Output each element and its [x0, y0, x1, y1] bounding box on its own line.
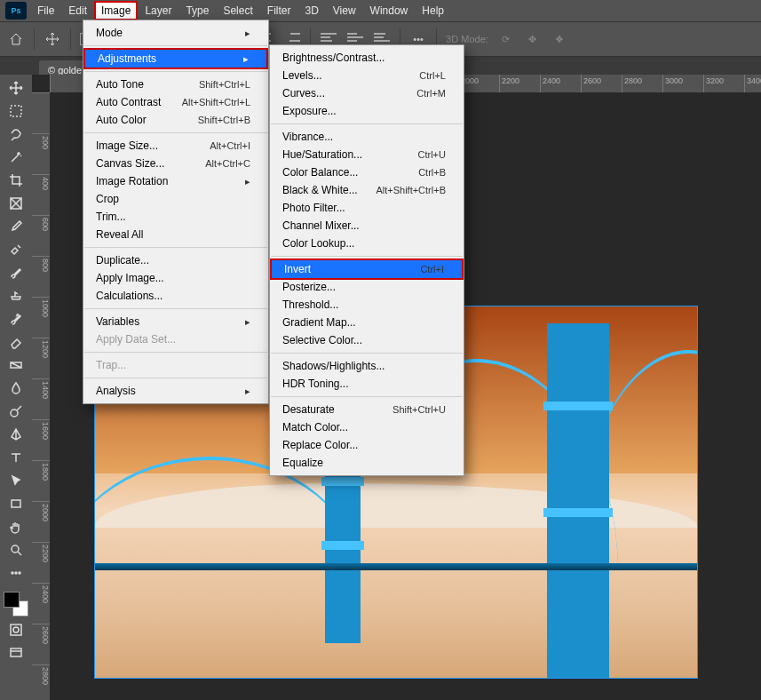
menu-layer[interactable]: Layer — [138, 1, 178, 20]
gradient-tool[interactable] — [4, 355, 28, 375]
zoom-tool[interactable] — [4, 540, 28, 560]
menu-select[interactable]: Select — [216, 1, 259, 20]
quick-mask-icon[interactable] — [4, 620, 28, 640]
svg-point-3 — [11, 410, 18, 417]
adjust-menu-black-white[interactable]: Black & White...Alt+Shift+Ctrl+B — [270, 181, 464, 199]
adjust-menu-brightness-contrast[interactable]: Brightness/Contrast... — [270, 49, 464, 67]
menu-item-label: Vibrance... — [282, 131, 333, 143]
image-menu-apply-image[interactable]: Apply Image... — [83, 269, 268, 287]
menu-item-label: Analysis — [96, 385, 136, 397]
image-menu-image-rotation[interactable]: Image Rotation — [83, 172, 268, 190]
hand-tool[interactable] — [4, 517, 28, 537]
menu-file[interactable]: File — [30, 1, 61, 20]
lasso-tool[interactable] — [4, 124, 28, 144]
eyedropper-tool[interactable] — [4, 217, 28, 236]
image-menu-trim[interactable]: Trim... — [83, 208, 268, 226]
pen-tool[interactable] — [4, 425, 28, 444]
move-tool-icon[interactable] — [44, 30, 61, 48]
menu-item-shortcut: Shift+Ctrl+U — [392, 404, 446, 415]
image-menu-analysis[interactable]: Analysis — [83, 382, 268, 400]
image-menu-image-size[interactable]: Image Size...Alt+Ctrl+I — [83, 137, 268, 155]
3d-slide-icon[interactable]: ❖ — [551, 30, 568, 48]
menu-item-shortcut: Shift+Ctrl+B — [198, 115, 250, 125]
screen-mode-icon[interactable] — [4, 643, 28, 663]
home-icon[interactable] — [7, 30, 25, 48]
adjust-menu-levels[interactable]: Levels...Ctrl+L — [270, 67, 464, 84]
image-menu-canvas-size[interactable]: Canvas Size...Alt+Ctrl+C — [83, 155, 268, 172]
image-menu-auto-tone[interactable]: Auto ToneShift+Ctrl+L — [83, 76, 268, 93]
image-menu-auto-color[interactable]: Auto ColorShift+Ctrl+B — [83, 111, 268, 129]
3d-pan-icon[interactable]: ✥ — [524, 30, 542, 48]
image-menu-variables[interactable]: Variables — [83, 313, 268, 330]
menu-item-label: Match Color... — [282, 421, 348, 434]
menu-item-label: Equalize — [282, 457, 323, 469]
magic-wand-tool[interactable] — [4, 147, 28, 167]
type-tool[interactable] — [4, 448, 28, 467]
menu-edit[interactable]: Edit — [61, 1, 94, 20]
adjust-menu-invert[interactable]: InvertCtrl+I — [270, 259, 464, 280]
adjust-menu-channel-mixer[interactable]: Channel Mixer... — [270, 217, 464, 235]
brush-tool[interactable] — [4, 263, 28, 282]
menu-item-label: Gradient Map... — [282, 316, 356, 329]
marquee-tool[interactable] — [4, 101, 28, 121]
path-select-tool[interactable] — [4, 471, 28, 490]
menu-item-label: Photo Filter... — [282, 202, 345, 214]
menu-item-label: Threshold... — [282, 298, 338, 311]
dodge-tool[interactable] — [4, 402, 28, 421]
frame-tool[interactable] — [4, 194, 28, 213]
image-menu-reveal-all[interactable]: Reveal All — [83, 226, 268, 243]
menu-item-label: Auto Contrast — [96, 96, 161, 108]
image-menu-auto-contrast[interactable]: Auto ContrastAlt+Shift+Ctrl+L — [83, 93, 268, 111]
menu-type[interactable]: Type — [178, 1, 216, 20]
menu-item-shortcut: Alt+Shift+Ctrl+B — [376, 185, 446, 195]
menu-item-shortcut: Ctrl+L — [419, 70, 446, 81]
adjust-menu-color-balance[interactable]: Color Balance...Ctrl+B — [270, 163, 464, 181]
menu-filter[interactable]: Filter — [260, 1, 298, 20]
adjust-menu-shadows-highlights[interactable]: Shadows/Highlights... — [270, 357, 464, 375]
image-menu-adjustments[interactable]: Adjustments — [83, 48, 268, 69]
edit-toolbar[interactable] — [4, 563, 28, 583]
move-tool[interactable] — [4, 78, 28, 98]
adjust-menu-curves[interactable]: Curves...Ctrl+M — [270, 84, 464, 102]
healing-brush-tool[interactable] — [4, 240, 28, 259]
adjust-menu-equalize[interactable]: Equalize — [270, 454, 464, 472]
eraser-tool[interactable] — [4, 332, 28, 352]
adjust-menu-gradient-map[interactable]: Gradient Map... — [270, 314, 464, 331]
menu-item-label: Channel Mixer... — [282, 219, 360, 232]
adjust-menu-hue-saturation[interactable]: Hue/Saturation...Ctrl+U — [270, 146, 464, 163]
menu-help[interactable]: Help — [415, 1, 451, 20]
svg-rect-0 — [11, 106, 21, 116]
color-swatches[interactable] — [4, 592, 28, 616]
menu-view[interactable]: View — [326, 1, 363, 20]
clone-stamp-tool[interactable] — [4, 286, 28, 306]
3d-orbit-icon[interactable]: ⟳ — [497, 30, 515, 48]
adjust-menu-exposure[interactable]: Exposure... — [270, 102, 464, 120]
menu-image[interactable]: Image — [94, 1, 138, 20]
crop-tool[interactable] — [4, 171, 28, 190]
adjust-menu-photo-filter[interactable]: Photo Filter... — [270, 199, 464, 217]
image-menu-calculations[interactable]: Calculations... — [83, 287, 268, 305]
menu-item-shortcut: Alt+Shift+Ctrl+L — [182, 97, 250, 107]
foreground-color[interactable] — [4, 592, 20, 608]
adjust-menu-posterize[interactable]: Posterize... — [270, 278, 464, 296]
menu-3d[interactable]: 3D — [297, 1, 325, 20]
image-menu-mode[interactable]: Mode — [83, 24, 268, 42]
menu-item-label: Invert — [284, 263, 311, 275]
history-brush-tool[interactable] — [4, 309, 28, 329]
rectangle-tool[interactable] — [4, 494, 28, 513]
menu-item-shortcut: Ctrl+M — [416, 88, 446, 99]
adjust-menu-vibrance[interactable]: Vibrance... — [270, 128, 464, 146]
adjust-menu-threshold[interactable]: Threshold... — [270, 296, 464, 314]
blur-tool[interactable] — [4, 378, 28, 398]
adjust-menu-match-color[interactable]: Match Color... — [270, 418, 464, 436]
adjust-menu-replace-color[interactable]: Replace Color... — [270, 436, 464, 454]
adjust-menu-selective-color[interactable]: Selective Color... — [270, 331, 464, 349]
menu-item-label: Trim... — [96, 211, 126, 223]
image-menu-crop[interactable]: Crop — [83, 190, 268, 208]
menu-item-label: Exposure... — [282, 105, 337, 117]
adjust-menu-color-lookup[interactable]: Color Lookup... — [270, 235, 464, 252]
adjust-menu-hdr-toning[interactable]: HDR Toning... — [270, 375, 464, 393]
image-menu-duplicate[interactable]: Duplicate... — [83, 251, 268, 269]
menu-window[interactable]: Window — [363, 1, 416, 20]
adjust-menu-desaturate[interactable]: DesaturateShift+Ctrl+U — [270, 401, 464, 418]
